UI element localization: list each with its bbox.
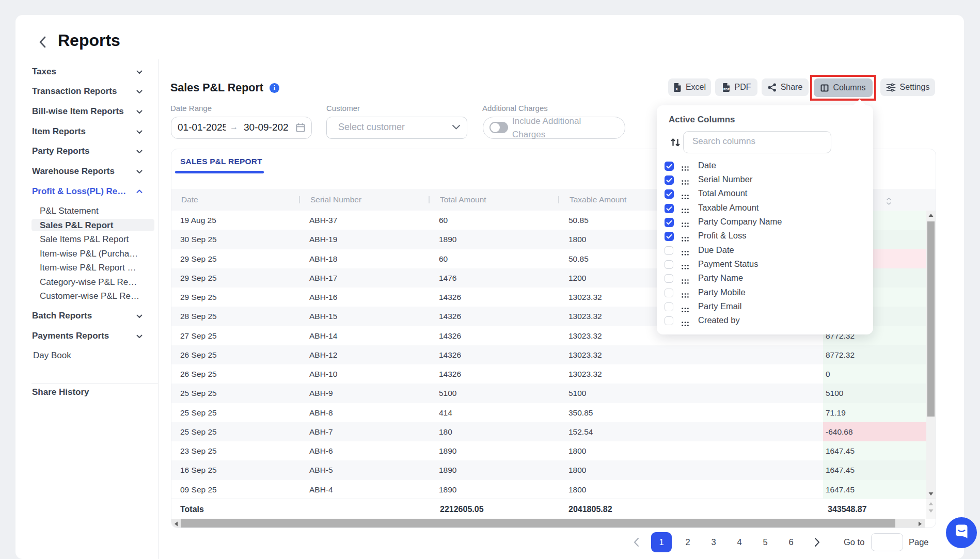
svg-text:x: x (675, 86, 678, 91)
svg-text:PDF: PDF (723, 88, 730, 91)
